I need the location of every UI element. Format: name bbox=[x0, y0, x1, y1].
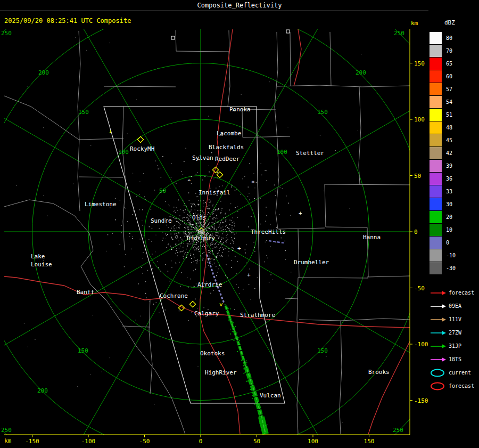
city-label: Olds bbox=[192, 214, 207, 221]
city-label: Vulcan bbox=[260, 392, 281, 399]
legend-vector-icon bbox=[430, 341, 447, 351]
polar-grid bbox=[0, 0, 428, 448]
symbol-marker: ^ bbox=[208, 257, 211, 264]
colorbar-value: 60 bbox=[446, 74, 452, 79]
colorbar-entry: 57 bbox=[428, 83, 479, 95]
map-label: 250 bbox=[393, 427, 403, 434]
colorbar-swatch bbox=[430, 121, 442, 134]
colorbar-swatch bbox=[430, 134, 442, 146]
map-symbols: ^^^*+++^^↓v bbox=[109, 30, 302, 311]
map-label: 100 bbox=[118, 149, 129, 156]
colorbar-swatch bbox=[430, 185, 442, 198]
symbol-marker: ^ bbox=[197, 158, 201, 165]
colorbar-entry: 48 bbox=[428, 121, 479, 134]
echo-segment bbox=[269, 241, 284, 243]
county-boundary bbox=[78, 31, 80, 211]
colorbar-value: 70 bbox=[446, 48, 452, 54]
colorbar-entry: 54 bbox=[428, 95, 479, 108]
station-diamond-icon bbox=[189, 301, 195, 307]
bottom-axis-tick-label: 0 bbox=[199, 438, 203, 445]
bottom-axis-tick-label: -100 bbox=[81, 438, 96, 445]
colorbar-entry: 51 bbox=[428, 108, 479, 121]
city-label: Calgary bbox=[194, 310, 219, 317]
map-label: 200 bbox=[38, 69, 49, 76]
station-diamond-icon bbox=[217, 172, 222, 177]
square-marker-icon bbox=[286, 30, 290, 33]
colorbar-entry: 70 bbox=[428, 44, 479, 57]
colorbar-swatch bbox=[430, 224, 442, 236]
colorbar-entry: 10 bbox=[428, 223, 479, 236]
colorbar-entry: 65 bbox=[428, 57, 479, 70]
map-label: 100 bbox=[277, 149, 287, 156]
colorbar-value: 51 bbox=[446, 112, 452, 118]
city-label: Blackfalds bbox=[209, 144, 244, 151]
city-label: Stettler bbox=[296, 150, 324, 157]
legend-label: 27ZW bbox=[449, 330, 461, 336]
colorbar-value: 45 bbox=[446, 137, 452, 143]
echo-streak bbox=[207, 241, 284, 434]
map-label: 250 bbox=[394, 30, 404, 37]
radial-line bbox=[201, 0, 392, 232]
legend-vector-icon bbox=[430, 328, 447, 338]
square-marker-icon bbox=[171, 36, 175, 39]
map-label: 150 bbox=[78, 109, 89, 116]
colorbar-entry: 20 bbox=[428, 210, 479, 223]
colorbar-value: 80 bbox=[446, 35, 452, 41]
colorbar-value: 30 bbox=[446, 201, 452, 207]
county-boundary bbox=[285, 298, 298, 299]
county-boundary bbox=[4, 200, 185, 434]
legend-vector-icon bbox=[430, 315, 447, 324]
radar-display: 5010015020025010015020025015020025015025… bbox=[0, 0, 428, 448]
colorbar-swatch bbox=[430, 83, 442, 95]
radar-app: Composite_Reflectivity 2025/09/20 08:25:… bbox=[0, 0, 479, 448]
symbol-marker: ^ bbox=[232, 109, 236, 116]
right-axis-tick-label: -100 bbox=[414, 341, 428, 348]
county-boundary bbox=[340, 321, 342, 434]
colorbar-value: 65 bbox=[446, 61, 452, 67]
highway bbox=[368, 341, 410, 434]
sidebar: dBZ 807065605754514845423936333020100-10… bbox=[428, 0, 479, 448]
county-boundary bbox=[242, 109, 290, 137]
colorbar-entry: 60 bbox=[428, 70, 479, 83]
legend-ellipse: forecast bbox=[428, 379, 479, 393]
county-boundary bbox=[297, 278, 299, 434]
legend-vector-icon bbox=[430, 355, 447, 364]
legend-label: current bbox=[449, 370, 471, 376]
highway bbox=[294, 29, 301, 86]
symbol-marker: ^ bbox=[187, 178, 191, 185]
colorbar-value: 33 bbox=[446, 189, 452, 194]
county-boundary bbox=[277, 85, 410, 87]
symbol-marker: ↓ bbox=[109, 128, 112, 135]
map-label: 150 bbox=[78, 347, 88, 354]
colorbar-swatch bbox=[430, 109, 442, 121]
colorbar-swatch bbox=[430, 147, 442, 159]
symbol-marker: * bbox=[251, 180, 255, 186]
right-axis-tick-label: -50 bbox=[414, 285, 425, 292]
colorbar-swatch bbox=[430, 262, 442, 274]
bottom-axis-tick-label: -50 bbox=[139, 438, 150, 445]
colorbar-value: 10 bbox=[446, 227, 452, 233]
city-label: Didsbury bbox=[187, 235, 215, 242]
colorbar-value: 57 bbox=[446, 86, 452, 92]
colorbar-swatch bbox=[430, 70, 442, 83]
county-boundary bbox=[229, 30, 229, 52]
county-boundary bbox=[4, 96, 79, 140]
km-unit-label-bottom: km bbox=[4, 437, 12, 444]
city-label: Hanna bbox=[363, 234, 381, 241]
city-label: Brooks bbox=[368, 369, 390, 376]
legend-label: 31JP bbox=[449, 343, 461, 349]
colorbar-entry: 45 bbox=[428, 134, 479, 146]
colorbar-value: 48 bbox=[446, 125, 452, 131]
county-boundary bbox=[298, 278, 368, 278]
city-label: Cochrane bbox=[160, 292, 188, 299]
colorbar-title: dBZ bbox=[444, 19, 479, 26]
colorbar-entry: 30 bbox=[428, 198, 479, 210]
symbol-marker: ^ bbox=[219, 133, 223, 140]
city-label: Sundre bbox=[151, 217, 172, 224]
right-axis-tick-label: 0 bbox=[414, 229, 418, 235]
county-boundary bbox=[149, 299, 152, 394]
colorbar-swatch bbox=[430, 173, 442, 185]
station-diamond-icon bbox=[137, 136, 143, 142]
city-label: Strathmore bbox=[240, 312, 275, 319]
city-labels: PonokaLacombeBlackfaldsSylvanRedDeerStet… bbox=[31, 106, 390, 399]
